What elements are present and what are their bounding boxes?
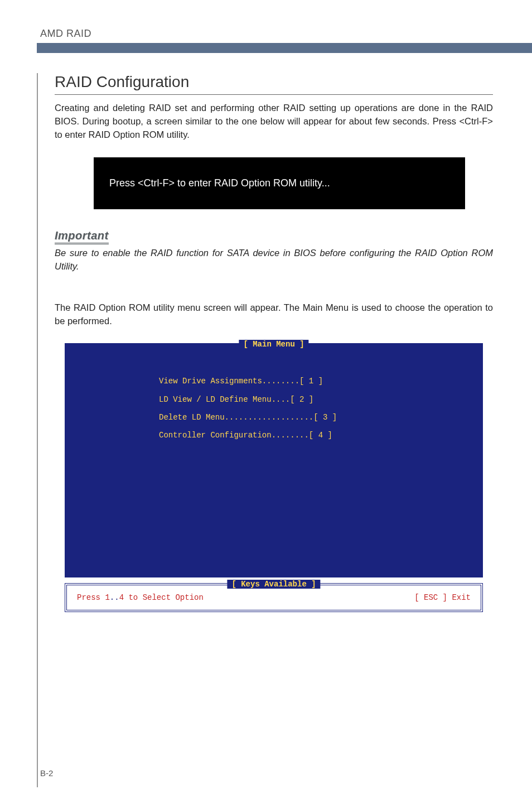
bios-keys-left: Press 1..4 to Select Option [77, 593, 204, 602]
content-area: RAID Configuration Creating and deleting… [37, 73, 532, 787]
page-number: B-2 [40, 768, 53, 778]
header-accent-bar [37, 43, 532, 53]
bios-menu-items: View Drive Assignments........[ 1 ] LD V… [159, 372, 475, 444]
keys-left-suffix: 4 to Select Option [119, 593, 204, 602]
bios-main-menu-box: [ Main Menu ] View Drive Assignments....… [65, 343, 483, 577]
bios-menu-item: LD View / LD Define Menu....[ 2 ] [159, 391, 475, 408]
keys-left-prefix: Press 1 [77, 593, 110, 602]
section-divider [55, 94, 493, 95]
bios-keys-right: [ ESC ] Exit [414, 593, 471, 602]
keys-left-dots: .. [110, 593, 119, 602]
bios-menu-item: View Drive Assignments........[ 1 ] [159, 372, 475, 390]
bios-keys-title: [ Keys Available ] [227, 580, 320, 589]
body-paragraph-2: The RAID Option ROM utility menu screen … [55, 301, 493, 328]
important-callout: Important Be sure to enable the RAID fun… [55, 229, 493, 273]
section-title: RAID Configuration [55, 73, 493, 91]
page-header: AMD RAID [0, 0, 532, 40]
important-label: Important [55, 229, 109, 244]
intro-paragraph: Creating and deleting RAID set and perfo… [55, 102, 493, 142]
bios-screenshot: [ Main Menu ] View Drive Assignments....… [65, 343, 483, 612]
bios-menu-item: Delete LD Menu...................[ 3 ] [159, 408, 475, 426]
bios-main-menu-title: [ Main Menu ] [239, 340, 308, 349]
boot-prompt-box: Press <Ctrl-F> to enter RAID Option ROM … [94, 157, 465, 209]
bios-keys-box: [ Keys Available ] Press 1..4 to Select … [65, 583, 483, 612]
important-body: Be sure to enable the RAID function for … [55, 247, 493, 273]
bios-menu-item: Controller Configuration........[ 4 ] [159, 426, 475, 444]
